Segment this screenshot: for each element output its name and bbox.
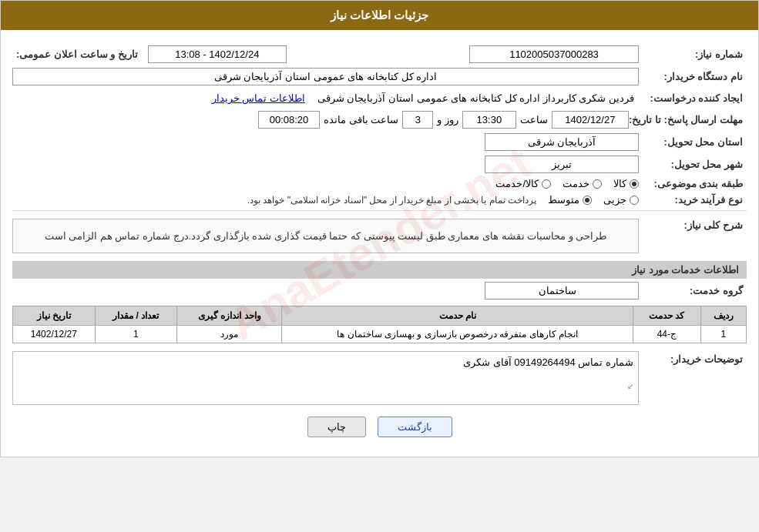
process-type-options: جزیی متوسط <box>548 194 639 206</box>
delivery-province-value: آذربایجان شرقی <box>485 133 639 151</box>
category-kala-khedmat-radio[interactable] <box>542 179 551 189</box>
buyer-desc-resize-icon: ↙ <box>627 382 633 390</box>
category-kala-khedmat: کالا/خدمت <box>495 178 551 189</box>
category-khedmat: خدمت <box>563 178 602 189</box>
category-kala-radio[interactable] <box>630 179 639 189</box>
back-button[interactable]: بازگشت <box>378 417 452 437</box>
buyer-org-label: نام دستگاه خریدار: <box>639 71 747 82</box>
process-jozi: جزیی <box>603 194 639 206</box>
process-note: پرداخت تمام یا بخشی از مبلغ خریدار از مح… <box>247 195 536 206</box>
col-name: نام حدمت <box>282 306 633 326</box>
reply-remaining: 00:08:20 <box>258 111 320 129</box>
category-khedmat-radio[interactable] <box>593 179 602 189</box>
creator-value: فردین شکری کاربرداز اداره کل کتابخانه ها… <box>313 90 639 106</box>
process-motavasset-radio[interactable] <box>583 196 592 205</box>
page-title: جزئیات اطلاعات نیاز <box>331 8 428 22</box>
table-row: 1ج-44انجام کارهای متفرقه درخصوص بازسازی … <box>13 326 747 343</box>
description-label: شرح کلی نیاز: <box>639 216 747 231</box>
delivery-city-label: شهر محل تحویل: <box>639 159 747 170</box>
cell-row: 1 <box>700 326 746 343</box>
description-text: طراحی و محاسبات نقشه های معماری طبق لیست… <box>12 219 639 253</box>
category-options: کالا خدمت کالا/خدمت <box>495 178 639 189</box>
buyer-desc-content: شماره تماس 09149264494 آقای شکری ↙ <box>12 351 639 405</box>
col-row: ردیف <box>700 306 746 326</box>
button-row: بازگشت چاپ <box>12 417 747 437</box>
reply-day-label: روز و <box>437 114 458 125</box>
buyer-desc-text: شماره تماس 09149264494 آقای شکری <box>463 356 633 368</box>
reply-days: 3 <box>402 111 433 129</box>
process-jozi-label: جزیی <box>603 194 626 206</box>
process-jozi-radio[interactable] <box>630 196 639 205</box>
cell-unit: مورد <box>177 326 282 343</box>
announce-datetime-label: تاریخ و ساعت اعلان عمومی: <box>16 49 142 60</box>
cell-code: ج-44 <box>633 326 701 343</box>
reply-time-label: ساعت <box>520 114 548 125</box>
buyer-desc-label: توضیحات خریدار: <box>639 351 747 365</box>
col-date: تاریخ نیاز <box>13 306 96 326</box>
need-number-label: شماره نیاز: <box>639 49 747 60</box>
delivery-city-value: تبریز <box>485 156 639 173</box>
category-label: طبقه بندی موضوعی: <box>639 178 747 189</box>
need-number-value: 1102005037000283 <box>469 45 639 63</box>
reply-deadline-label: مهلت ارسال پاسخ: تا تاریخ: <box>629 114 747 125</box>
category-kala-khedmat-label: کالا/خدمت <box>495 178 539 189</box>
category-kala-label: کالا <box>613 178 626 189</box>
print-button[interactable]: چاپ <box>307 417 366 437</box>
process-type-label: نوع فرآیند خرید: <box>639 194 747 206</box>
creator-contact-link[interactable]: اطلاعات تماس خریدار <box>212 92 305 104</box>
service-group-value: ساختمان <box>485 282 639 299</box>
reply-remaining-label: ساعت باقی مانده <box>324 114 398 125</box>
reply-time: 13:30 <box>462 111 516 129</box>
col-qty: تعداد / مقدار <box>95 306 176 326</box>
service-table: ردیف کد حدمت نام حدمت واحد اندازه گیری ت… <box>12 306 747 343</box>
cell-date: 1402/12/27 <box>13 326 96 343</box>
page-header: جزئیات اطلاعات نیاز <box>1 1 758 30</box>
col-unit: واحد اندازه گیری <box>177 306 282 326</box>
announce-datetime-value: 1402/12/24 - 13:08 <box>148 45 287 63</box>
process-motavasset: متوسط <box>548 194 592 206</box>
buyer-org-value: اداره کل کتابخانه های عمومی استان آذربای… <box>12 68 639 85</box>
cell-quantity: 1 <box>95 326 176 343</box>
process-motavasset-label: متوسط <box>548 194 579 206</box>
services-info-title: اطلاعات خدمات مورد نیاز <box>12 261 747 279</box>
category-kala: کالا <box>613 178 639 189</box>
reply-date: 1402/12/27 <box>552 111 629 129</box>
service-group-label: گروه خدمت: <box>639 285 747 296</box>
delivery-province-label: استان محل تحویل: <box>639 136 747 148</box>
category-khedmat-label: خدمت <box>563 178 589 189</box>
col-code: کد حدمت <box>633 306 701 326</box>
creator-label: ایجاد کننده درخواست: <box>639 92 747 104</box>
cell-name: انجام کارهای متفرقه درخصوص بازسازی و بهس… <box>282 326 633 343</box>
